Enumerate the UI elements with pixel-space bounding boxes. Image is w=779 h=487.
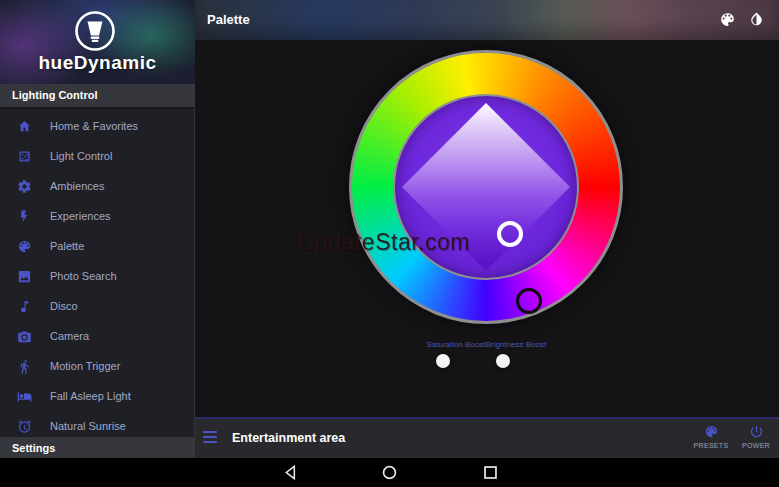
sidebar-item-label: Light Control: [50, 150, 112, 162]
android-recents-icon[interactable]: [482, 464, 499, 481]
gear-icon: [17, 179, 32, 194]
sidebar-item-palette[interactable]: Palette: [0, 231, 195, 261]
sidebar-item-ambiences[interactable]: Ambiences: [0, 171, 195, 201]
music-note-icon: [17, 299, 32, 314]
hue-bulb-logo-icon: [74, 10, 116, 52]
palette-icon: [704, 424, 719, 439]
camera-icon: [17, 329, 32, 344]
sidebar-nav-list: Home & FavoritesLight ControlAmbiencesEx…: [0, 111, 195, 441]
black-selector-handle[interactable]: [516, 288, 542, 314]
sidebar-item-label: Disco: [50, 300, 78, 312]
invert-colors-icon[interactable]: [748, 11, 765, 28]
android-nav-bar: [0, 458, 779, 487]
sidebar-item-light-control[interactable]: Light Control: [0, 141, 195, 171]
wheel-inner-circle[interactable]: [393, 94, 579, 280]
saturation-boost-label: Saturation Boost: [426, 340, 485, 349]
exposure-icon: [17, 149, 32, 164]
sidebar-item-label: Home & Favorites: [50, 120, 138, 132]
android-back-icon[interactable]: [283, 464, 300, 481]
hue-color-wheel[interactable]: [349, 50, 623, 324]
sidebar-item-experiences[interactable]: Experiences: [0, 201, 195, 231]
sidebar-item-label: Camera: [50, 330, 89, 342]
walk-icon: [17, 359, 32, 374]
sidebar-item-camera[interactable]: Camera: [0, 321, 195, 351]
image-icon: [17, 269, 32, 284]
bolt-icon: [17, 209, 32, 224]
alarm-clock-icon: [17, 419, 32, 434]
app-screen: hueDynamic Lighting Control Home & Favor…: [0, 0, 779, 487]
sidebar-item-label: Palette: [50, 240, 84, 252]
power-icon: [749, 424, 764, 439]
brightness-boost-label: Brightness Boost: [486, 340, 546, 349]
android-home-icon[interactable]: [381, 464, 398, 481]
home-icon: [17, 119, 32, 134]
sidebar-item-fall-asleep-light[interactable]: Fall Asleep Light: [0, 381, 195, 411]
palette-icon[interactable]: [719, 11, 736, 28]
sidebar-item-label: Fall Asleep Light: [50, 390, 131, 402]
sidebar: hueDynamic Lighting Control Home & Favor…: [0, 0, 195, 458]
room-bar: Entertainment area PRESETS POWER: [195, 419, 779, 458]
saturation-boost-toggle[interactable]: [436, 354, 450, 368]
sidebar-item-label: Experiences: [50, 210, 111, 222]
sidebar-item-label: Photo Search: [50, 270, 117, 282]
sidebar-item-label: Natural Sunrise: [50, 420, 126, 432]
power-label: POWER: [742, 442, 770, 449]
presets-button[interactable]: PRESETS: [690, 422, 732, 456]
white-selector-handle[interactable]: [497, 221, 523, 247]
power-button[interactable]: POWER: [735, 422, 777, 456]
sidebar-item-photo-search[interactable]: Photo Search: [0, 261, 195, 291]
sidebar-item-home-favorites[interactable]: Home & Favorites: [0, 111, 195, 141]
main-content: Palette UpdateStar.com Saturation Boost …: [195, 0, 779, 458]
section-header-lighting-control: Lighting Control: [0, 84, 195, 107]
brand-title: hueDynamic: [0, 52, 195, 74]
palette-icon: [17, 239, 32, 254]
sidebar-item-label: Motion Trigger: [50, 360, 120, 372]
logo-block: hueDynamic: [0, 0, 195, 84]
saturation-brightness-diamond[interactable]: [402, 103, 570, 271]
sidebar-item-label: Ambiences: [50, 180, 104, 192]
page-title: Palette: [207, 0, 250, 40]
presets-label: PRESETS: [694, 442, 729, 449]
hamburger-menu-icon[interactable]: [203, 431, 217, 443]
app-bar: Palette: [195, 0, 779, 40]
sidebar-item-disco[interactable]: Disco: [0, 291, 195, 321]
sidebar-item-motion-trigger[interactable]: Motion Trigger: [0, 351, 195, 381]
section-header-settings: Settings: [0, 437, 195, 458]
brightness-boost-toggle[interactable]: [496, 354, 510, 368]
room-title: Entertainment area: [232, 419, 345, 458]
bed-icon: [17, 389, 32, 404]
